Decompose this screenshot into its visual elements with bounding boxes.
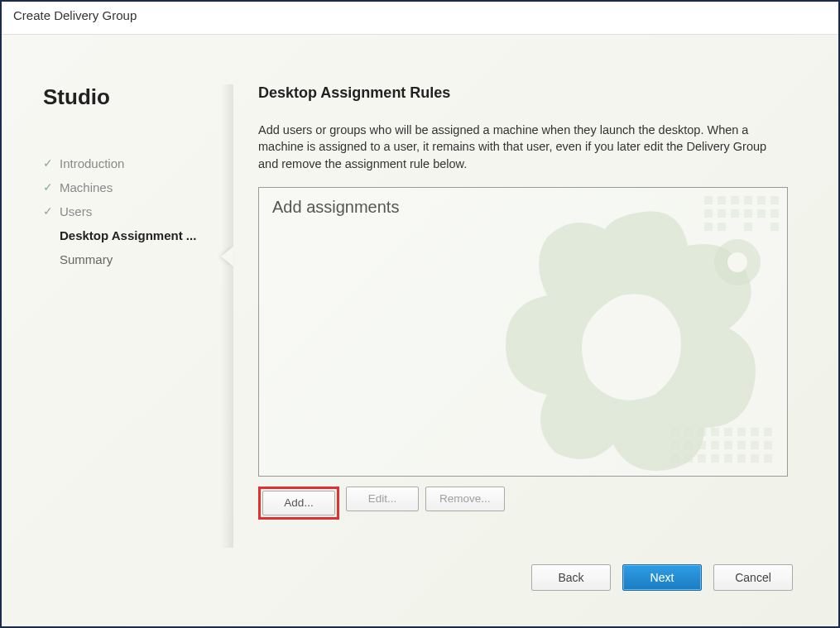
title-bar: Create Delivery Group xyxy=(2,2,838,35)
svg-rect-39 xyxy=(737,454,746,463)
step-machines[interactable]: Machines xyxy=(43,175,233,199)
back-button[interactable]: Back xyxy=(531,564,611,591)
svg-rect-32 xyxy=(751,441,759,449)
svg-rect-15 xyxy=(718,223,726,231)
svg-rect-18 xyxy=(671,428,679,436)
window-title: Create Delivery Group xyxy=(13,8,137,22)
cancel-button[interactable]: Cancel xyxy=(713,564,793,591)
svg-rect-29 xyxy=(711,441,719,449)
add-button[interactable]: Add... xyxy=(262,491,335,515)
svg-rect-20 xyxy=(698,428,706,436)
remove-button[interactable]: Remove... xyxy=(425,487,505,511)
svg-rect-35 xyxy=(684,454,693,463)
next-button[interactable]: Next xyxy=(622,564,702,591)
page-title: Desktop Assignment Rules xyxy=(258,84,793,102)
step-label: Summary xyxy=(60,252,113,266)
add-button-highlight: Add... xyxy=(258,487,339,520)
step-label: Machines xyxy=(60,180,113,194)
sidebar: Studio Introduction Machines Users Deskt… xyxy=(2,35,233,626)
svg-rect-36 xyxy=(698,454,706,463)
panel-shadow xyxy=(221,84,233,548)
svg-rect-25 xyxy=(764,428,772,436)
svg-rect-17 xyxy=(770,223,779,231)
svg-rect-19 xyxy=(684,428,693,436)
svg-rect-27 xyxy=(684,441,693,449)
svg-rect-41 xyxy=(764,454,772,463)
svg-point-1 xyxy=(727,252,747,272)
svg-rect-31 xyxy=(737,441,746,449)
svg-rect-21 xyxy=(711,428,719,436)
step-list: Introduction Machines Users Desktop Assi… xyxy=(43,151,233,271)
svg-rect-16 xyxy=(744,223,752,231)
decorative-pattern-icon xyxy=(456,187,788,477)
svg-rect-23 xyxy=(737,428,746,436)
step-users[interactable]: Users xyxy=(43,199,233,223)
step-label: Users xyxy=(60,204,92,218)
wizard-footer: Back Next Cancel xyxy=(531,564,793,591)
svg-rect-22 xyxy=(724,428,732,436)
svg-rect-40 xyxy=(751,454,759,463)
step-introduction[interactable]: Introduction xyxy=(43,151,233,175)
step-desktop-assignment[interactable]: Desktop Assignment ... xyxy=(43,223,233,247)
sidebar-title: Studio xyxy=(43,84,233,110)
content-panel: Desktop Assignment Rules Add users or gr… xyxy=(233,84,809,597)
svg-rect-28 xyxy=(698,441,706,449)
svg-rect-33 xyxy=(764,441,772,449)
step-label: Desktop Assignment ... xyxy=(60,228,196,242)
svg-rect-34 xyxy=(671,454,679,463)
wizard-body: Studio Introduction Machines Users Deskt… xyxy=(2,35,838,626)
svg-rect-14 xyxy=(704,223,713,231)
svg-rect-26 xyxy=(671,441,679,449)
list-placeholder: Add assignments xyxy=(272,198,774,217)
page-description: Add users or groups who will be assigned… xyxy=(258,122,788,172)
svg-rect-30 xyxy=(724,441,732,449)
assignments-list[interactable]: Add assignments xyxy=(258,187,788,477)
panel-pointer-icon xyxy=(221,247,233,266)
edit-button[interactable]: Edit... xyxy=(346,487,419,511)
svg-rect-24 xyxy=(751,428,759,436)
action-row: Add... Edit... Remove... xyxy=(258,487,793,520)
wizard-window: Create Delivery Group Studio Introductio… xyxy=(0,0,840,628)
svg-point-0 xyxy=(714,239,761,285)
svg-rect-37 xyxy=(711,454,719,463)
step-label: Introduction xyxy=(60,156,124,170)
svg-rect-38 xyxy=(724,454,732,463)
step-summary[interactable]: Summary xyxy=(43,247,233,271)
